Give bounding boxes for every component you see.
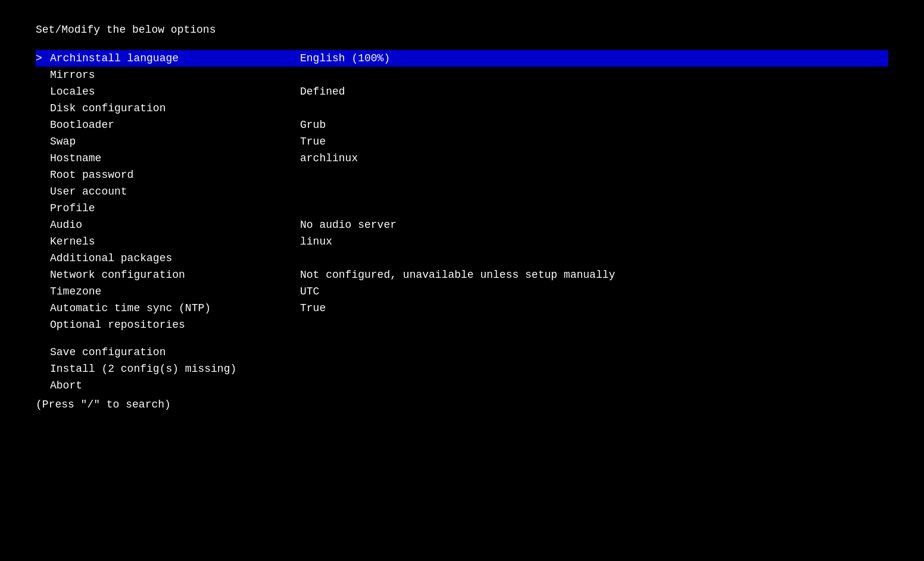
footer-hint: (Press "/" to search): [36, 399, 888, 410]
menu-item-timezone[interactable]: TimezoneUTC: [36, 283, 888, 300]
menu-item-arrow: [36, 286, 50, 297]
menu-item-kernels[interactable]: Kernelslinux: [36, 233, 888, 250]
menu-item-arrow: [36, 69, 50, 81]
menu-item-hostname[interactable]: Hostnamearchlinux: [36, 150, 888, 167]
menu-item-value: Defined: [300, 86, 345, 98]
menu-item-arrow: [36, 186, 50, 198]
menu-item-label: Root password: [50, 169, 300, 181]
menu-item-label: Swap: [50, 136, 300, 148]
menu-item-label: Automatic time sync (NTP): [50, 302, 300, 314]
menu-item-arrow: [36, 102, 50, 114]
action-label: Save configuration: [50, 346, 166, 358]
menu-item-profile[interactable]: Profile: [36, 200, 888, 217]
menu-item-value: English (100%): [300, 52, 390, 64]
menu-item-value: True: [300, 302, 326, 314]
action-item-abort[interactable]: Abort: [36, 377, 888, 394]
menu-item-arrow: [36, 219, 50, 231]
menu-item-mirrors[interactable]: Mirrors: [36, 67, 888, 83]
menu-item-value: UTC: [300, 286, 319, 297]
menu-item-arrow: [36, 169, 50, 181]
menu-item-value: archlinux: [300, 152, 358, 164]
menu-item-label: User account: [50, 186, 300, 198]
menu-item-value: No audio server: [300, 219, 397, 231]
menu-item-additional-packages[interactable]: Additional packages: [36, 250, 888, 267]
menu-item-value: linux: [300, 236, 332, 247]
menu-item-arrow: [36, 236, 50, 247]
menu-item-value: Grub: [300, 119, 326, 131]
action-item-install[interactable]: Install (2 config(s) missing): [36, 361, 888, 377]
menu-item-user-account[interactable]: User account: [36, 183, 888, 200]
menu-item-label: Bootloader: [50, 119, 300, 131]
menu-item-network-configuration[interactable]: Network configurationNot configured, una…: [36, 267, 888, 283]
menu-item-label: Optional repositories: [50, 319, 300, 331]
page-title: Set/Modify the below options: [36, 24, 216, 36]
menu-item-label: Disk configuration: [50, 102, 300, 114]
menu-item-label: Additional packages: [50, 252, 300, 264]
menu-item-arrow: [36, 86, 50, 98]
menu-item-label: Kernels: [50, 236, 300, 247]
menu-item-audio[interactable]: AudioNo audio server: [36, 217, 888, 233]
menu-item-arrow: [36, 319, 50, 331]
menu-item-value: Not configured, unavailable unless setup…: [300, 269, 615, 281]
action-label: Install (2 config(s) missing): [50, 363, 236, 375]
menu-item-arrow: [36, 152, 50, 164]
menu-item-label: Archinstall language: [50, 52, 300, 64]
menu-item-label: Timezone: [50, 286, 300, 297]
actions-list: Save configurationInstall (2 config(s) m…: [36, 344, 888, 394]
menu-item-label: Profile: [50, 202, 300, 214]
menu-item-locales[interactable]: LocalesDefined: [36, 83, 888, 100]
menu-item-label: Locales: [50, 86, 300, 98]
menu-item-disk-configuration[interactable]: Disk configuration: [36, 100, 888, 117]
menu-item-arrow: [36, 269, 50, 281]
menu-item-arrow: >: [36, 52, 50, 64]
action-item-save-configuration[interactable]: Save configuration: [36, 344, 888, 361]
action-label: Abort: [50, 380, 82, 391]
menu-item-arrow: [36, 202, 50, 214]
menu-list: >Archinstall languageEnglish (100%) Mirr…: [36, 50, 888, 333]
page-header: Set/Modify the below options: [36, 24, 888, 36]
menu-item-arrow: [36, 119, 50, 131]
menu-item-label: Mirrors: [50, 69, 300, 81]
menu-item-root-password[interactable]: Root password: [36, 167, 888, 183]
menu-item-optional-repositories[interactable]: Optional repositories: [36, 316, 888, 333]
menu-item-arrow: [36, 302, 50, 314]
menu-item-automatic-time-sync[interactable]: Automatic time sync (NTP)True: [36, 300, 888, 316]
menu-item-label: Hostname: [50, 152, 300, 164]
menu-item-value: True: [300, 136, 326, 148]
menu-item-label: Audio: [50, 219, 300, 231]
menu-item-arrow: [36, 252, 50, 264]
terminal-window: Set/Modify the below options >Archinstal…: [0, 0, 924, 561]
menu-item-bootloader[interactable]: BootloaderGrub: [36, 117, 888, 133]
menu-item-label: Network configuration: [50, 269, 300, 281]
menu-item-arrow: [36, 136, 50, 148]
menu-item-swap[interactable]: SwapTrue: [36, 133, 888, 150]
menu-item-archinstall-language[interactable]: >Archinstall languageEnglish (100%): [36, 50, 888, 67]
